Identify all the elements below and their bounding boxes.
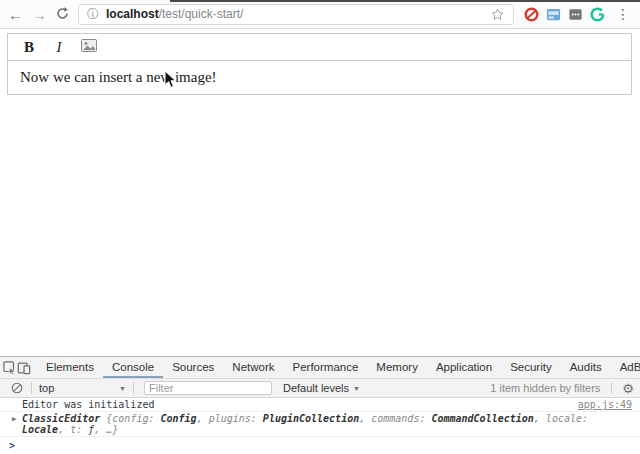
inspect-element-icon[interactable] bbox=[3, 357, 17, 378]
preview-segment: CommandCollection bbox=[431, 413, 533, 424]
console-object-row: ▶ ClassicEditor {config: Config, plugins… bbox=[0, 412, 640, 437]
toolbar-divider-3 bbox=[611, 382, 612, 394]
preview-segment: , bbox=[197, 413, 209, 424]
bookmark-star-icon[interactable] bbox=[490, 7, 505, 22]
editor-content-area[interactable]: Now we can insert a new image! bbox=[7, 61, 632, 95]
expand-triangle-icon[interactable]: ▶ bbox=[12, 414, 16, 425]
tab-adblock[interactable]: AdBlock bbox=[611, 357, 640, 378]
extension-red-circle-icon[interactable] bbox=[523, 6, 539, 22]
address-bar[interactable]: ⓘ localhost/test/quick-start/ bbox=[78, 4, 514, 25]
console-input-row[interactable]: > bbox=[0, 437, 640, 453]
devtools-tabbar: Elements Console Sources Network Perform… bbox=[0, 357, 640, 379]
image-icon bbox=[81, 39, 97, 52]
tab-memory[interactable]: Memory bbox=[367, 357, 427, 378]
console-settings-gear-icon[interactable]: ⚙ bbox=[615, 381, 634, 396]
toolbar-divider-1 bbox=[31, 382, 32, 394]
extension-blue-window-icon[interactable] bbox=[545, 6, 561, 22]
preview-segment: , bbox=[58, 424, 70, 435]
window-top-edge bbox=[170, 0, 640, 2]
forward-icon[interactable]: → bbox=[32, 7, 47, 22]
preview-segment: Locale bbox=[22, 424, 58, 435]
editor-text: Now we can insert a new image! bbox=[20, 69, 217, 86]
url-text: localhost/test/quick-start/ bbox=[106, 7, 243, 21]
editor-toolbar: B I bbox=[7, 33, 632, 61]
page-info-icon[interactable]: ⓘ bbox=[87, 8, 99, 20]
insert-image-button[interactable] bbox=[79, 39, 99, 56]
preview-segment: , …} bbox=[94, 424, 118, 435]
preview-segment: PluginCollection bbox=[263, 413, 359, 424]
chevron-down-icon: ▼ bbox=[119, 385, 126, 392]
url-path: /test/quick-start/ bbox=[159, 7, 244, 21]
console-prompt-chevron: > bbox=[9, 440, 15, 451]
back-icon[interactable]: ← bbox=[8, 7, 23, 22]
hidden-items-status: 1 item hidden by filters bbox=[490, 382, 608, 394]
bold-button[interactable]: B bbox=[19, 39, 39, 56]
browser-toolbar: ← → ⓘ localhost/test/quick-start/ ⋮ bbox=[0, 0, 640, 29]
tab-performance[interactable]: Performance bbox=[284, 357, 368, 378]
tab-console[interactable]: Console bbox=[103, 357, 163, 378]
console-toolbar: top ▼ Default levels ▼ 1 item hidden by … bbox=[0, 379, 640, 398]
preview-segment: plugins: bbox=[209, 413, 263, 424]
chrome-menu-icon[interactable]: ⋮ bbox=[614, 6, 632, 22]
devtools-panel: Elements Console Sources Network Perform… bbox=[0, 356, 640, 454]
execution-context-label: top bbox=[39, 382, 54, 394]
rich-text-editor: B I Now we can insert a new image! bbox=[7, 33, 632, 95]
italic-button[interactable]: I bbox=[49, 39, 69, 56]
console-messages: Editor was initialized app.js:49 ▶ Class… bbox=[0, 398, 640, 453]
preview-segment: , bbox=[359, 413, 371, 424]
execution-context-select[interactable]: top ▼ bbox=[35, 382, 130, 394]
mouse-pointer-icon bbox=[164, 70, 177, 93]
preview-segment: locale: bbox=[546, 413, 588, 424]
log-levels-label: Default levels bbox=[283, 382, 349, 394]
tab-elements[interactable]: Elements bbox=[37, 357, 103, 378]
source-location-link[interactable]: app.js:49 bbox=[578, 399, 632, 410]
preview-segment: Config bbox=[161, 413, 197, 424]
tab-network[interactable]: Network bbox=[223, 357, 283, 378]
preview-segment: config: bbox=[112, 413, 160, 424]
chevron-down-icon: ▼ bbox=[353, 385, 360, 392]
preview-segment: , bbox=[534, 413, 546, 424]
preview-segment: t: bbox=[70, 424, 88, 435]
console-filter-input[interactable] bbox=[144, 381, 272, 395]
console-log-row: Editor was initialized app.js:49 bbox=[0, 398, 640, 412]
extension-green-circle-icon[interactable] bbox=[589, 6, 605, 22]
device-toolbar-icon[interactable] bbox=[17, 357, 31, 378]
preview-segment: ClassicEditor bbox=[22, 413, 106, 424]
reload-icon-glyph bbox=[56, 7, 69, 20]
console-object-preview-text[interactable]: ClassicEditor {config: Config, plugins: … bbox=[22, 413, 632, 435]
tab-application[interactable]: Application bbox=[427, 357, 501, 378]
log-levels-select[interactable]: Default levels ▼ bbox=[279, 382, 364, 394]
toolbar-divider-2 bbox=[133, 382, 134, 394]
extension-gray-dots-icon[interactable] bbox=[567, 6, 583, 22]
tab-security[interactable]: Security bbox=[501, 357, 561, 378]
clear-console-icon[interactable] bbox=[6, 382, 28, 394]
url-host: localhost bbox=[106, 7, 159, 21]
preview-segment: commands: bbox=[371, 413, 431, 424]
extensions-area bbox=[523, 6, 605, 22]
tab-audits[interactable]: Audits bbox=[561, 357, 611, 378]
tab-sources[interactable]: Sources bbox=[163, 357, 223, 378]
reload-icon[interactable] bbox=[56, 7, 69, 22]
console-log-text: Editor was initialized bbox=[22, 399, 570, 410]
